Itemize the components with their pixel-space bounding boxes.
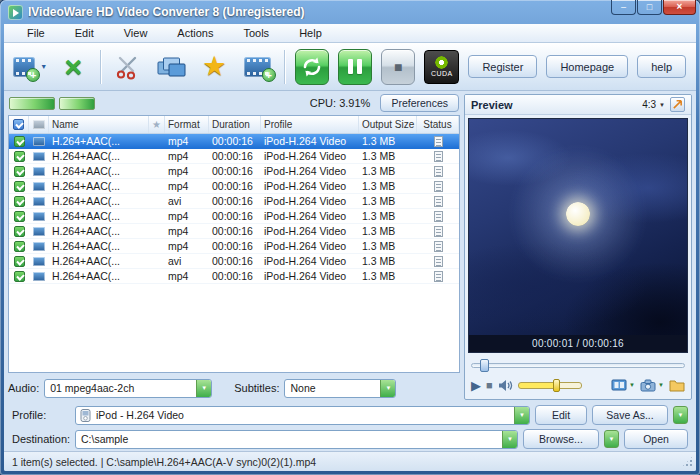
table-row[interactable]: H.264+AAC(... mp4 00:00:16 iPod-H.264 Vi… <box>9 164 459 179</box>
cell-format: mp4 <box>165 135 209 147</box>
row-checkbox[interactable] <box>14 271 25 282</box>
column-type[interactable] <box>29 116 49 133</box>
profile-select[interactable]: iPod - H.264 Video ▼ <box>75 406 530 425</box>
subtitles-select[interactable]: None ▼ <box>284 379 396 398</box>
popout-icon <box>672 99 683 110</box>
cuda-badge[interactable]: CUDA <box>421 46 462 88</box>
profile-dropdown-arrow[interactable]: ▼ <box>514 407 529 424</box>
row-checkbox[interactable] <box>14 241 25 252</box>
table-row[interactable]: H.264+AAC(... mp4 00:00:16 iPod-H.264 Vi… <box>9 179 459 194</box>
effect-button[interactable]: ★ <box>194 46 234 88</box>
column-select-all[interactable] <box>9 116 29 133</box>
row-checkbox[interactable] <box>14 211 25 222</box>
apply-profile-button[interactable] <box>611 379 627 391</box>
column-status[interactable]: Status <box>417 116 459 133</box>
volume-slider[interactable] <box>518 379 582 392</box>
menu-item-tools[interactable]: Tools <box>228 24 284 42</box>
row-type-cell <box>29 167 49 176</box>
register-button[interactable]: Register <box>468 55 537 78</box>
destination-label: Destination: <box>12 433 70 445</box>
resize-grip[interactable] <box>681 455 694 468</box>
preferences-button[interactable]: Preferences <box>380 94 459 112</box>
audio-dropdown-arrow[interactable]: ▼ <box>196 380 211 397</box>
row-checkbox[interactable] <box>14 181 25 192</box>
maximize-button[interactable]: □ <box>637 0 662 15</box>
row-checkbox[interactable] <box>14 136 25 147</box>
pause-button[interactable] <box>335 46 375 88</box>
left-panel: CPU: 3.91% Preferences Name ★ Format Dur… <box>8 94 460 400</box>
open-button[interactable]: Open <box>624 429 688 449</box>
cell-duration: 00:00:16 <box>209 180 261 192</box>
column-duration[interactable]: Duration <box>209 116 261 133</box>
row-checkbox[interactable] <box>14 226 25 237</box>
film-caret-icon[interactable]: ▼ <box>629 382 635 388</box>
mute-button[interactable] <box>498 379 513 392</box>
camera-caret-icon[interactable]: ▼ <box>658 382 664 388</box>
cell-duration: 00:00:16 <box>209 255 261 267</box>
row-type-cell <box>29 272 49 281</box>
save-as-button[interactable]: Save As... <box>592 405 668 425</box>
cell-format: mp4 <box>165 180 209 192</box>
column-format[interactable]: Format <box>165 116 209 133</box>
help-button[interactable]: help <box>637 55 686 78</box>
clip-icon <box>33 137 45 146</box>
stop-playback-button[interactable]: ■ <box>486 380 493 391</box>
remove-file-button[interactable]: × <box>53 46 93 88</box>
stop-button[interactable]: ■ <box>378 46 418 88</box>
convert-button[interactable] <box>292 46 332 88</box>
menu-item-edit[interactable]: Edit <box>60 24 109 42</box>
save-as-caret-button[interactable]: ▼ <box>673 406 688 424</box>
add-video-caret-icon[interactable]: ▼ <box>40 63 47 70</box>
seek-groove[interactable] <box>471 363 685 368</box>
destination-input[interactable]: C:\sample ▼ <box>75 430 518 449</box>
column-output-size[interactable]: Output Size <box>359 116 417 133</box>
row-checkbox[interactable] <box>14 196 25 207</box>
row-checkbox[interactable] <box>14 256 25 267</box>
menu-item-help[interactable]: Help <box>284 24 337 42</box>
edit-button[interactable]: Edit <box>535 405 587 425</box>
table-row[interactable]: H.264+AAC(... mp4 00:00:16 iPod-H.264 Vi… <box>9 269 459 284</box>
close-button[interactable]: × <box>663 0 696 15</box>
volume-groove[interactable] <box>518 382 582 389</box>
column-star[interactable]: ★ <box>149 116 165 133</box>
destination-dropdown-arrow[interactable]: ▼ <box>502 431 517 448</box>
popout-button[interactable] <box>670 97 685 112</box>
select-all-checkbox[interactable] <box>13 119 24 130</box>
table-row[interactable]: H.264+AAC(... avi 00:00:16 iPod-H.264 Vi… <box>9 254 459 269</box>
row-checkbox[interactable] <box>14 151 25 162</box>
menu-item-file[interactable]: File <box>12 24 60 42</box>
clip-button[interactable] <box>108 46 148 88</box>
snapshot-button[interactable] <box>640 379 656 392</box>
audio-select[interactable]: 01 mpeg4aac-2ch ▼ <box>44 379 212 398</box>
play-button[interactable]: ▶ <box>471 379 481 392</box>
seek-handle[interactable] <box>480 359 489 372</box>
subtitles-dropdown-arrow[interactable]: ▼ <box>380 380 395 397</box>
cell-duration: 00:00:16 <box>209 225 261 237</box>
table-row[interactable]: H.264+AAC(... mp4 00:00:16 iPod-H.264 Vi… <box>9 239 459 254</box>
menu-item-view[interactable]: View <box>109 24 163 42</box>
aspect-ratio-dropdown[interactable]: 4:3 ▼ <box>642 99 665 110</box>
merge-button[interactable]: + <box>237 46 277 88</box>
table-row[interactable]: H.264+AAC(... mp4 00:00:16 iPod-H.264 Vi… <box>9 149 459 164</box>
menu-item-actions[interactable]: Actions <box>162 24 228 42</box>
homepage-button[interactable]: Homepage <box>546 55 628 78</box>
table-row[interactable]: H.264+AAC(... mp4 00:00:16 iPod-H.264 Vi… <box>9 209 459 224</box>
table-row[interactable]: H.264+AAC(... avi 00:00:16 iPod-H.264 Vi… <box>9 194 459 209</box>
table-row[interactable]: H.264+AAC(... mp4 00:00:16 iPod-H.264 Vi… <box>9 134 459 149</box>
open-snapshot-folder-button[interactable] <box>669 379 685 392</box>
add-video-button[interactable]: + ▼ <box>10 46 50 88</box>
profile-label: Profile: <box>12 409 70 421</box>
column-name[interactable]: Name <box>49 116 149 133</box>
seek-slider[interactable] <box>471 358 685 373</box>
column-profile[interactable]: Profile <box>261 116 359 133</box>
browse-caret-button[interactable]: ▼ <box>604 430 619 448</box>
row-checkbox[interactable] <box>14 166 25 177</box>
table-row[interactable]: H.264+AAC(... mp4 00:00:16 iPod-H.264 Vi… <box>9 224 459 239</box>
cell-status <box>417 211 459 222</box>
volume-handle[interactable] <box>553 379 560 392</box>
browse-button[interactable]: Browse... <box>523 429 599 449</box>
minimize-button[interactable]: – <box>611 0 636 15</box>
cell-format: mp4 <box>165 240 209 252</box>
cell-profile: iPod-H.264 Video <box>261 180 359 192</box>
edit-video-button[interactable] <box>151 46 191 88</box>
